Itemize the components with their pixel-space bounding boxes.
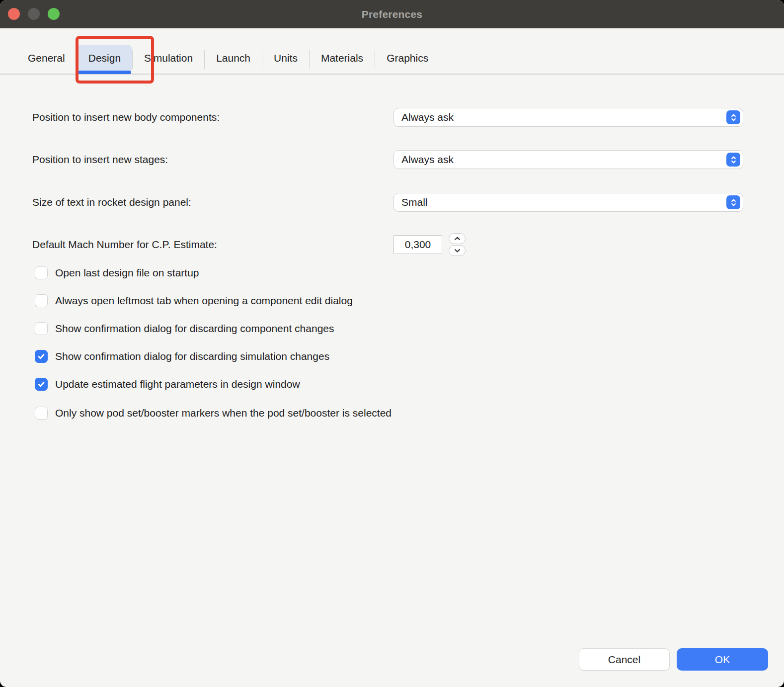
- select-value: Always ask: [401, 111, 454, 123]
- checkbox-label: Always open leftmost tab when opening a …: [55, 295, 353, 307]
- window-title: Preferences: [362, 8, 422, 20]
- checkbox-row-confirm-simulation[interactable]: Show confirmation dialog for discarding …: [35, 349, 329, 363]
- checkbox[interactable]: [35, 378, 48, 391]
- checkbox-label: Show confirmation dialog for discarding …: [55, 350, 329, 362]
- form-row: Default Mach Number for C.P. Estimate:: [0, 235, 784, 254]
- checkbox-row-confirm-component[interactable]: Show confirmation dialog for discarding …: [35, 322, 334, 336]
- stepper-up-button[interactable]: [449, 233, 466, 244]
- checkbox-row-open-last-design[interactable]: Open last design file on startup: [35, 266, 199, 280]
- tab-launch[interactable]: Launch: [205, 45, 262, 71]
- checkbox[interactable]: [35, 407, 48, 420]
- text-size-label: Size of text in rocket design panel:: [32, 193, 191, 212]
- checkbox[interactable]: [35, 350, 48, 363]
- traffic-lights: [8, 8, 60, 20]
- checkbox[interactable]: [35, 322, 48, 335]
- checkbox-label: Open last design file on startup: [55, 267, 199, 279]
- cancel-button[interactable]: Cancel: [579, 648, 670, 671]
- minimize-button[interactable]: [28, 8, 40, 20]
- close-button[interactable]: [8, 8, 20, 20]
- select-value: Always ask: [401, 154, 454, 166]
- body-components-label: Position to insert new body components:: [32, 108, 220, 127]
- tab-general[interactable]: General: [16, 45, 77, 71]
- dropdown-arrows-icon: [726, 110, 740, 124]
- tab-materials[interactable]: Materials: [310, 45, 375, 71]
- text-size-select[interactable]: Small: [393, 193, 743, 212]
- ok-button[interactable]: OK: [677, 648, 768, 671]
- mach-number-stepper: [449, 233, 466, 256]
- preferences-window: Preferences General Design Simulation La…: [0, 0, 784, 687]
- stepper-down-button[interactable]: [449, 245, 466, 256]
- dropdown-arrows-icon: [726, 195, 740, 209]
- checkbox-label: Update estimated flight parameters in de…: [55, 378, 300, 390]
- select-value: Small: [401, 196, 428, 208]
- mach-number-input[interactable]: [393, 235, 442, 254]
- tab-bar: General Design Simulation Launch Units M…: [0, 28, 784, 75]
- mach-number-label: Default Mach Number for C.P. Estimate:: [32, 235, 217, 254]
- checkbox-label: Only show pod set/booster markers when t…: [55, 407, 392, 419]
- form-row: Position to insert new body components: …: [0, 108, 784, 127]
- checkbox[interactable]: [35, 266, 48, 279]
- form-row: Size of text in rocket design panel: Sma…: [0, 193, 784, 212]
- tab-units[interactable]: Units: [262, 45, 309, 71]
- stages-select[interactable]: Always ask: [393, 150, 743, 169]
- tab-design[interactable]: Design: [77, 45, 132, 71]
- checkbox[interactable]: [35, 294, 48, 307]
- form-row: Position to insert new stages: Always as…: [0, 150, 784, 169]
- checkbox-row-update-flight-params[interactable]: Update estimated flight parameters in de…: [35, 377, 300, 391]
- zoom-button[interactable]: [48, 8, 60, 20]
- body-components-select[interactable]: Always ask: [393, 108, 743, 127]
- dropdown-arrows-icon: [726, 153, 740, 167]
- tab-graphics[interactable]: Graphics: [375, 45, 440, 71]
- checkbox-label: Show confirmation dialog for discarding …: [55, 323, 334, 335]
- stages-label: Position to insert new stages:: [32, 150, 168, 169]
- checkbox-row-leftmost-tab[interactable]: Always open leftmost tab when opening a …: [35, 294, 353, 308]
- tab-simulation[interactable]: Simulation: [133, 45, 204, 71]
- checkbox-row-pod-markers[interactable]: Only show pod set/booster markers when t…: [35, 406, 392, 420]
- titlebar: Preferences: [0, 0, 784, 28]
